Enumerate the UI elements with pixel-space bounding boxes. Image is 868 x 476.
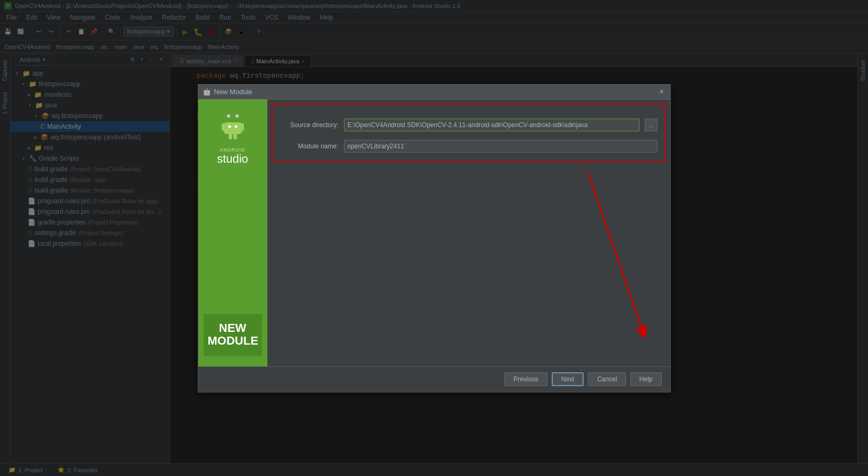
module-name-row: Module name:	[280, 140, 658, 153]
svg-point-1	[234, 113, 239, 118]
svg-line-10	[588, 172, 641, 327]
modal-footer: Previous Next Cancel Help	[198, 366, 670, 392]
module-name-label: Module name:	[280, 143, 339, 150]
svg-rect-4	[240, 123, 244, 131]
svg-rect-5	[229, 133, 232, 139]
cancel-button[interactable]: Cancel	[588, 372, 626, 386]
svg-rect-6	[233, 133, 237, 139]
browse-button[interactable]: ...	[645, 119, 658, 131]
next-button[interactable]: Next	[552, 372, 584, 386]
svg-point-8	[234, 125, 237, 128]
svg-rect-2	[224, 122, 242, 134]
previous-button[interactable]: Previous	[504, 372, 547, 386]
modal-icon: 🤖	[203, 88, 211, 96]
modal-right-panel: Source directory: ... Module name:	[267, 99, 670, 366]
modal-title-bar: 🤖 New Module ×	[198, 85, 670, 99]
source-directory-row: Source directory: ...	[280, 119, 658, 131]
studio-text: ANDROID studio	[217, 147, 248, 165]
modal-left-panel: ANDROID studio NEWMODULE	[198, 99, 267, 366]
modal-overlay: 🤖 New Module ×	[0, 0, 868, 476]
source-directory-input[interactable]	[344, 119, 639, 131]
modal-body: ANDROID studio NEWMODULE Source director…	[198, 99, 670, 366]
svg-rect-3	[222, 123, 225, 131]
modal-title: New Module	[214, 88, 252, 96]
studio-label: studio	[217, 153, 248, 165]
svg-point-0	[226, 113, 230, 118]
help-button[interactable]: Help	[630, 372, 662, 386]
source-directory-label: Source directory:	[280, 121, 339, 129]
new-module-title: NEWMODULE	[208, 322, 258, 347]
modal-close-button[interactable]: ×	[658, 87, 666, 96]
new-module-dialog: 🤖 New Module ×	[198, 84, 671, 393]
annotation-red-arrow	[556, 167, 662, 337]
svg-point-7	[228, 125, 231, 128]
module-name-input[interactable]	[344, 140, 658, 153]
android-logo	[217, 110, 249, 142]
new-module-banner: NEWMODULE	[204, 314, 262, 355]
android-label: ANDROID	[217, 147, 248, 153]
